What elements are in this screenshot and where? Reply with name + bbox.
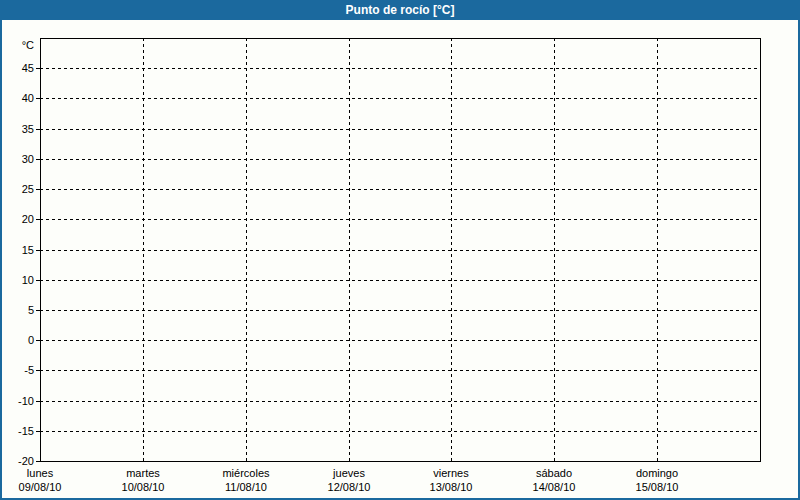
chart-area: 454035302520151050-5-10-15-20°Clunes09/0… — [0, 0, 800, 500]
y-axis-label: 30 — [4, 152, 34, 166]
y-axis-label: 0 — [4, 333, 34, 347]
x-axis-day-label: martes10/08/10 — [91, 466, 195, 494]
x-axis-day-label: jueves12/08/10 — [297, 466, 401, 494]
x-axis-day-label: domingo15/08/10 — [605, 466, 709, 494]
y-axis-label: 25 — [4, 182, 34, 196]
x-axis-day-label: lunes09/08/10 — [0, 466, 92, 494]
y-axis-label: -15 — [4, 424, 34, 438]
y-axis-unit-label: °C — [4, 38, 34, 52]
x-axis-day-label: viernes13/08/10 — [399, 466, 503, 494]
y-axis-label: 40 — [4, 91, 34, 105]
x-axis-day-name: sábado — [502, 466, 606, 480]
x-axis-date: 13/08/10 — [399, 480, 503, 494]
x-axis-date: 09/08/10 — [0, 480, 92, 494]
x-axis-day-label: miércoles11/08/10 — [194, 466, 298, 494]
x-axis-day-name: lunes — [0, 466, 92, 480]
x-axis-date: 15/08/10 — [605, 480, 709, 494]
y-axis-label: 10 — [4, 273, 34, 287]
x-axis-date: 10/08/10 — [91, 480, 195, 494]
y-axis-label: -10 — [4, 394, 34, 408]
x-axis-day-name: martes — [91, 466, 195, 480]
plot-area-border — [40, 38, 761, 462]
y-axis-label: 5 — [4, 303, 34, 317]
x-axis-date: 14/08/10 — [502, 480, 606, 494]
y-axis-label: 35 — [4, 122, 34, 136]
y-axis-label: 15 — [4, 243, 34, 257]
y-axis-label: 45 — [4, 61, 34, 75]
app-window: { "window": { "title": "Punto de rocío [… — [0, 0, 800, 500]
x-axis-date: 12/08/10 — [297, 480, 401, 494]
y-axis-label: -5 — [4, 363, 34, 377]
x-axis-day-name: domingo — [605, 466, 709, 480]
x-axis-date: 11/08/10 — [194, 480, 298, 494]
y-axis-label: 20 — [4, 212, 34, 226]
x-axis-day-name: miércoles — [194, 466, 298, 480]
x-axis-day-name: viernes — [399, 466, 503, 480]
x-axis-day-name: jueves — [297, 466, 401, 480]
x-axis-day-label: sábado14/08/10 — [502, 466, 606, 494]
